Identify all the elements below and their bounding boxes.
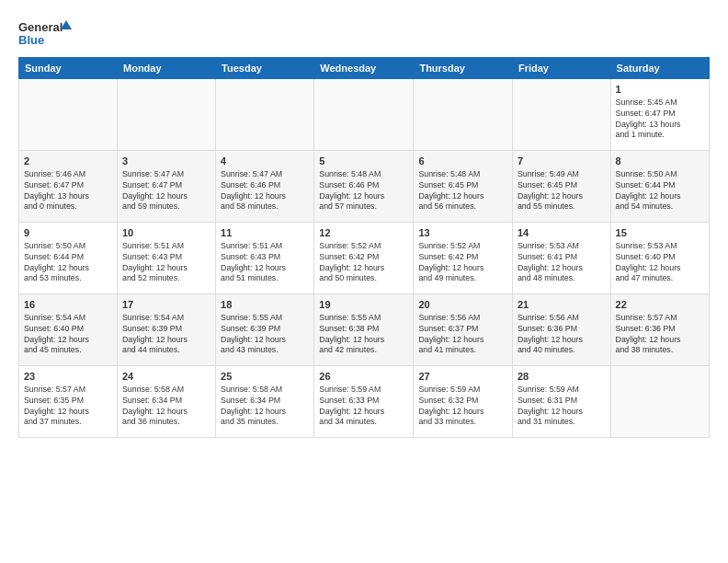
day-info: Sunrise: 5:47 AM Sunset: 6:47 PM Dayligh… (122, 169, 210, 213)
day-info: Sunrise: 5:54 AM Sunset: 6:40 PM Dayligh… (24, 313, 112, 357)
calendar-cell: 23Sunrise: 5:57 AM Sunset: 6:35 PM Dayli… (19, 366, 118, 438)
calendar-cell: 20Sunrise: 5:56 AM Sunset: 6:37 PM Dayli… (414, 294, 513, 366)
calendar-week-row: 16Sunrise: 5:54 AM Sunset: 6:40 PM Dayli… (19, 294, 710, 366)
day-info: Sunrise: 5:58 AM Sunset: 6:34 PM Dayligh… (122, 385, 210, 429)
calendar-cell (414, 79, 513, 151)
day-number: 22 (616, 298, 704, 312)
day-number: 9 (24, 226, 112, 240)
calendar-header-row: SundayMondayTuesdayWednesdayThursdayFrid… (19, 58, 710, 79)
calendar-cell (610, 366, 709, 438)
col-header-tuesday: Tuesday (216, 58, 314, 79)
day-info: Sunrise: 5:59 AM Sunset: 6:32 PM Dayligh… (418, 385, 507, 429)
day-number: 25 (221, 370, 309, 384)
day-info: Sunrise: 5:55 AM Sunset: 6:38 PM Dayligh… (319, 313, 408, 357)
page: General Blue SundayMondayTuesdayWednesda… (0, 0, 728, 563)
calendar-cell: 16Sunrise: 5:54 AM Sunset: 6:40 PM Dayli… (19, 294, 118, 366)
calendar-cell: 26Sunrise: 5:59 AM Sunset: 6:33 PM Dayli… (314, 366, 414, 438)
calendar-week-row: 1Sunrise: 5:45 AM Sunset: 6:47 PM Daylig… (19, 79, 710, 151)
day-number: 10 (122, 226, 210, 240)
day-info: Sunrise: 5:56 AM Sunset: 6:37 PM Dayligh… (418, 313, 507, 357)
day-number: 4 (221, 155, 309, 168)
day-info: Sunrise: 5:52 AM Sunset: 6:42 PM Dayligh… (418, 241, 507, 285)
calendar-table: SundayMondayTuesdayWednesdayThursdayFrid… (18, 57, 710, 438)
calendar-cell (512, 79, 610, 151)
day-number: 27 (418, 370, 507, 384)
day-info: Sunrise: 5:50 AM Sunset: 6:44 PM Dayligh… (616, 169, 704, 213)
calendar-cell: 9Sunrise: 5:50 AM Sunset: 6:44 PM Daylig… (19, 223, 118, 294)
logo-svg: General Blue (18, 17, 74, 50)
day-info: Sunrise: 5:59 AM Sunset: 6:33 PM Dayligh… (319, 385, 408, 429)
day-number: 26 (319, 370, 408, 384)
day-info: Sunrise: 5:56 AM Sunset: 6:36 PM Dayligh… (518, 313, 606, 357)
day-info: Sunrise: 5:48 AM Sunset: 6:45 PM Dayligh… (418, 169, 507, 213)
day-number: 8 (616, 155, 704, 168)
day-number: 3 (122, 155, 210, 168)
day-info: Sunrise: 5:46 AM Sunset: 6:47 PM Dayligh… (24, 169, 112, 213)
calendar-cell: 1Sunrise: 5:45 AM Sunset: 6:47 PM Daylig… (610, 79, 709, 151)
calendar-cell (19, 79, 118, 151)
calendar-week-row: 2Sunrise: 5:46 AM Sunset: 6:47 PM Daylig… (19, 151, 710, 223)
calendar-cell: 11Sunrise: 5:51 AM Sunset: 6:43 PM Dayli… (216, 223, 314, 294)
calendar-cell: 7Sunrise: 5:49 AM Sunset: 6:45 PM Daylig… (512, 151, 610, 223)
calendar-cell: 28Sunrise: 5:59 AM Sunset: 6:31 PM Dayli… (512, 366, 610, 438)
day-number: 1 (616, 83, 704, 97)
calendar-cell: 24Sunrise: 5:58 AM Sunset: 6:34 PM Dayli… (118, 366, 216, 438)
header: General Blue (18, 17, 710, 50)
calendar-cell: 10Sunrise: 5:51 AM Sunset: 6:43 PM Dayli… (118, 223, 216, 294)
day-info: Sunrise: 5:51 AM Sunset: 6:43 PM Dayligh… (221, 241, 309, 285)
col-header-sunday: Sunday (19, 58, 118, 79)
day-info: Sunrise: 5:48 AM Sunset: 6:46 PM Dayligh… (319, 169, 408, 213)
calendar-cell: 5Sunrise: 5:48 AM Sunset: 6:46 PM Daylig… (314, 151, 414, 223)
day-info: Sunrise: 5:54 AM Sunset: 6:39 PM Dayligh… (122, 313, 210, 357)
day-info: Sunrise: 5:51 AM Sunset: 6:43 PM Dayligh… (122, 241, 210, 285)
day-number: 18 (221, 298, 309, 312)
day-number: 13 (418, 226, 507, 240)
day-info: Sunrise: 5:50 AM Sunset: 6:44 PM Dayligh… (24, 241, 112, 285)
calendar-cell: 22Sunrise: 5:57 AM Sunset: 6:36 PM Dayli… (610, 294, 709, 366)
day-number: 21 (518, 298, 606, 312)
day-number: 6 (418, 155, 507, 168)
calendar-cell: 8Sunrise: 5:50 AM Sunset: 6:44 PM Daylig… (610, 151, 709, 223)
calendar-cell: 12Sunrise: 5:52 AM Sunset: 6:42 PM Dayli… (314, 223, 414, 294)
day-info: Sunrise: 5:55 AM Sunset: 6:39 PM Dayligh… (221, 313, 309, 357)
day-number: 23 (24, 370, 112, 384)
col-header-saturday: Saturday (610, 58, 709, 79)
svg-text:Blue: Blue (18, 33, 44, 47)
day-number: 15 (616, 226, 704, 240)
day-info: Sunrise: 5:58 AM Sunset: 6:34 PM Dayligh… (221, 385, 309, 429)
col-header-friday: Friday (512, 58, 610, 79)
day-number: 2 (24, 155, 112, 168)
calendar-cell: 3Sunrise: 5:47 AM Sunset: 6:47 PM Daylig… (118, 151, 216, 223)
day-info: Sunrise: 5:53 AM Sunset: 6:40 PM Dayligh… (616, 241, 704, 285)
calendar-cell: 14Sunrise: 5:53 AM Sunset: 6:41 PM Dayli… (512, 223, 610, 294)
calendar-cell: 21Sunrise: 5:56 AM Sunset: 6:36 PM Dayli… (512, 294, 610, 366)
day-number: 28 (518, 370, 606, 384)
calendar-cell: 19Sunrise: 5:55 AM Sunset: 6:38 PM Dayli… (314, 294, 414, 366)
day-number: 14 (518, 226, 606, 240)
calendar-cell: 13Sunrise: 5:52 AM Sunset: 6:42 PM Dayli… (414, 223, 513, 294)
day-number: 20 (418, 298, 507, 312)
svg-text:General: General (18, 20, 63, 34)
calendar-cell: 25Sunrise: 5:58 AM Sunset: 6:34 PM Dayli… (216, 366, 314, 438)
col-header-wednesday: Wednesday (314, 58, 414, 79)
calendar-cell: 4Sunrise: 5:47 AM Sunset: 6:46 PM Daylig… (216, 151, 314, 223)
calendar-cell: 15Sunrise: 5:53 AM Sunset: 6:40 PM Dayli… (610, 223, 709, 294)
day-info: Sunrise: 5:47 AM Sunset: 6:46 PM Dayligh… (221, 169, 309, 213)
calendar-cell: 2Sunrise: 5:46 AM Sunset: 6:47 PM Daylig… (19, 151, 118, 223)
calendar-cell (216, 79, 314, 151)
day-info: Sunrise: 5:45 AM Sunset: 6:47 PM Dayligh… (616, 98, 704, 142)
calendar-week-row: 23Sunrise: 5:57 AM Sunset: 6:35 PM Dayli… (19, 366, 710, 438)
calendar-cell (314, 79, 414, 151)
calendar-week-row: 9Sunrise: 5:50 AM Sunset: 6:44 PM Daylig… (19, 223, 710, 294)
col-header-monday: Monday (118, 58, 216, 79)
calendar-cell: 6Sunrise: 5:48 AM Sunset: 6:45 PM Daylig… (414, 151, 513, 223)
day-number: 5 (319, 155, 408, 168)
day-number: 11 (221, 226, 309, 240)
day-number: 12 (319, 226, 408, 240)
day-info: Sunrise: 5:53 AM Sunset: 6:41 PM Dayligh… (518, 241, 606, 285)
calendar-cell: 17Sunrise: 5:54 AM Sunset: 6:39 PM Dayli… (118, 294, 216, 366)
logo: General Blue (18, 17, 74, 50)
day-info: Sunrise: 5:52 AM Sunset: 6:42 PM Dayligh… (319, 241, 408, 285)
day-number: 24 (122, 370, 210, 384)
day-info: Sunrise: 5:49 AM Sunset: 6:45 PM Dayligh… (518, 169, 606, 213)
